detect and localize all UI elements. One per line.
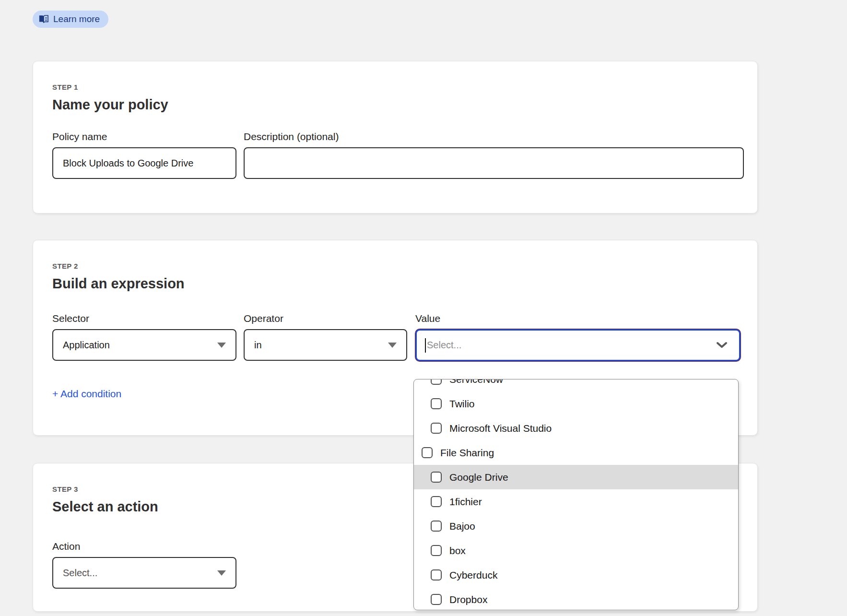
option-google-drive[interactable]: Google Drive [414,465,738,489]
value-options-panel: ServiceNow Twilio Microsoft Visual Studi… [413,379,739,610]
checkbox-icon[interactable] [431,569,442,580]
triangle-down-icon [217,343,226,348]
checkbox-icon[interactable] [431,472,442,483]
step2-eyebrow: STEP 2 [52,262,744,270]
selector-dropdown[interactable]: Application [52,329,236,361]
value-placeholder: Select... [427,340,461,351]
learn-more-label: Learn more [53,14,100,24]
step1-card: STEP 1 Name your policy Policy name Desc… [33,61,758,213]
action-dropdown[interactable]: Select... [52,557,236,589]
value-combobox[interactable]: Select... [415,329,741,361]
checkbox-icon[interactable] [431,521,442,532]
description-input[interactable] [244,147,744,179]
policy-name-value: Block Uploads to Google Drive [63,158,193,169]
operator-dropdown[interactable]: in [244,329,407,361]
checkbox-icon[interactable] [422,447,433,458]
learn-more-button[interactable]: Learn more [33,11,108,28]
option-twilio[interactable]: Twilio [414,391,738,416]
option-1fichier[interactable]: 1fichier [414,489,738,514]
option-dropbox[interactable]: Dropbox [414,587,738,610]
operator-label: Operator [244,313,407,324]
step1-title: Name your policy [52,97,744,113]
policy-builder-page: Learn more STEP 1 Name your policy Polic… [0,0,847,616]
checkbox-icon[interactable] [431,379,442,385]
option-servicenow[interactable]: ServiceNow [414,379,738,391]
checkbox-icon[interactable] [431,423,442,434]
selector-label: Selector [52,313,236,324]
description-label: Description (optional) [244,131,744,142]
option-file-sharing[interactable]: File Sharing [414,440,738,465]
book-icon [38,14,49,24]
checkbox-icon[interactable] [431,594,442,605]
checkbox-icon[interactable] [431,496,442,507]
action-placeholder: Select... [63,568,97,579]
policy-name-input[interactable]: Block Uploads to Google Drive [52,147,236,179]
checkbox-icon[interactable] [431,398,442,409]
value-label: Value [415,313,741,324]
value-options-list: ServiceNow Twilio Microsoft Visual Studi… [414,379,738,610]
add-condition-link[interactable]: + Add condition [52,388,121,400]
triangle-down-icon [217,570,226,576]
checkbox-icon[interactable] [431,545,442,556]
selector-selected-value: Application [63,340,110,351]
option-cyberduck[interactable]: Cyberduck [414,563,738,587]
step1-eyebrow: STEP 1 [52,83,744,91]
chevron-down-icon [716,342,728,349]
step2-title: Build an expression [52,276,744,292]
triangle-down-icon [388,343,397,348]
operator-selected-value: in [254,340,262,351]
option-microsoft-visual-studio[interactable]: Microsoft Visual Studio [414,416,738,440]
option-box[interactable]: box [414,538,738,563]
policy-name-label: Policy name [52,131,236,142]
option-bajoo[interactable]: Bajoo [414,514,738,538]
text-cursor [425,338,426,353]
